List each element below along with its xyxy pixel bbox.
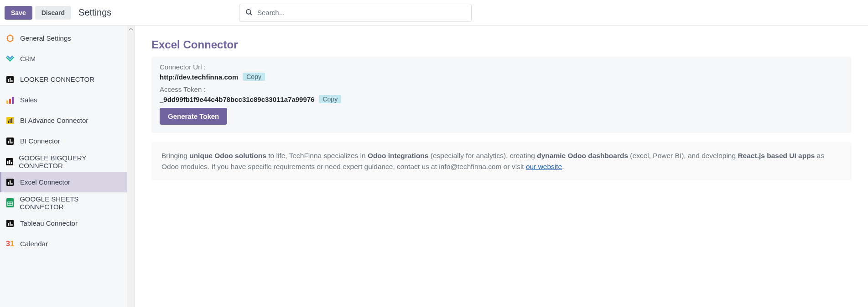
search-input[interactable] — [257, 9, 466, 16]
page-title: Settings — [78, 7, 111, 18]
svg-rect-30 — [8, 223, 9, 226]
svg-rect-24 — [11, 183, 13, 185]
access-token-label: Access Token : — [160, 85, 843, 93]
general-icon — [4, 34, 16, 42]
copy-token-button[interactable]: Copy — [319, 95, 341, 103]
sidebar-item-label: Tableau Connector — [20, 219, 78, 227]
svg-rect-19 — [9, 160, 10, 164]
access-token-value: _9dd99fb1f9e44c4b78bcc31c89c33011a7a9997… — [160, 95, 314, 103]
copy-url-button[interactable]: Copy — [243, 73, 265, 81]
svg-rect-10 — [8, 121, 9, 123]
sidebar-item-google-sheets-connector[interactable]: GOOGLE SHEETS CONNECTOR — [0, 192, 128, 213]
sidebar-item-crm[interactable]: CRM — [0, 48, 128, 69]
sidebar-item-calendar[interactable]: 31 Calendar — [0, 233, 128, 254]
looker-icon — [4, 75, 16, 84]
svg-rect-32 — [11, 224, 13, 226]
sidebar-item-label: GOOGLE SHEETS CONNECTOR — [20, 195, 121, 211]
info-text: to life, TechFinna specializes in — [268, 152, 368, 159]
sidebar-item-label: LOOKER CONNECTOR — [20, 75, 94, 83]
connector-panel: Connector Url : http://dev.techfinna.com… — [151, 57, 852, 133]
calendar-icon: 31 — [4, 240, 16, 248]
info-text: (excel, Power BI), and developing — [630, 152, 738, 159]
search-icon — [245, 8, 253, 17]
sidebar-item-excel-connector[interactable]: Excel Connector — [0, 172, 128, 192]
sidebar-item-bi-advance-connector[interactable]: BI Advance Connector — [0, 110, 128, 131]
svg-rect-5 — [11, 80, 13, 82]
sidebar-item-label: Calendar — [20, 240, 48, 248]
bi-adv-icon — [4, 116, 16, 125]
save-button[interactable]: Save — [5, 6, 32, 20]
sidebar-item-label: BI Advance Connector — [20, 116, 88, 124]
svg-rect-7 — [9, 99, 11, 104]
sidebar-item-looker-connector[interactable]: LOOKER CONNECTOR — [0, 69, 128, 90]
svg-rect-3 — [8, 79, 9, 82]
svg-rect-6 — [6, 101, 8, 104]
search-box[interactable] — [239, 4, 472, 22]
svg-rect-31 — [10, 222, 11, 226]
bigquery-icon — [4, 158, 15, 166]
sidebar-item-label: BI Connector — [20, 137, 60, 145]
svg-rect-4 — [10, 78, 11, 82]
sheets-icon — [4, 198, 16, 207]
tableau-icon — [4, 219, 16, 228]
connector-url-value: http://dev.techfinna.com — [160, 73, 238, 81]
bi-icon — [4, 137, 16, 145]
sidebar-item-general-settings[interactable]: General Settings — [0, 28, 128, 48]
svg-point-0 — [246, 9, 251, 14]
scrollbar-up-icon[interactable] — [127, 26, 135, 33]
svg-rect-15 — [10, 139, 11, 143]
sidebar-item-label: General Settings — [20, 34, 71, 42]
info-panel: Bringing unique Odoo solutions to life, … — [151, 142, 852, 180]
svg-rect-12 — [11, 118, 12, 123]
svg-rect-16 — [11, 142, 13, 143]
sidebar-item-google-bigquery-connector[interactable]: GOOGLE BIGQUERY CONNECTOR — [0, 151, 128, 172]
excel-icon — [4, 178, 16, 186]
sidebar-scrollbar[interactable] — [127, 26, 135, 307]
info-text: (especially for analytics), creating — [431, 152, 537, 159]
sidebar-item-label: CRM — [20, 55, 36, 63]
generate-token-button[interactable]: Generate Token — [160, 108, 227, 125]
sidebar-item-label: Sales — [20, 96, 37, 104]
sidebar-item-label: Excel Connector — [20, 178, 70, 186]
sidebar-item-bi-connector[interactable]: BI Connector — [0, 131, 128, 151]
svg-rect-18 — [7, 161, 9, 164]
svg-rect-8 — [12, 97, 14, 104]
info-email: info@techfinna.com — [439, 163, 501, 170]
svg-line-1 — [250, 13, 251, 15]
info-highlight: React.js based UI apps — [738, 152, 815, 159]
search-container — [239, 4, 472, 22]
sidebar-item-tableau-connector[interactable]: Tableau Connector — [0, 213, 128, 233]
svg-rect-14 — [8, 141, 9, 143]
website-link[interactable]: our website — [526, 163, 562, 170]
sidebar-item-sales[interactable]: Sales — [0, 90, 128, 110]
svg-rect-11 — [10, 119, 10, 123]
sidebar-item-label: GOOGLE BIGQUERY CONNECTOR — [19, 154, 121, 169]
section-title: Excel Connector — [151, 38, 852, 51]
info-text: Bringing — [161, 152, 189, 159]
settings-sidebar: General Settings CRM LOOKER CONNECTO — [0, 26, 135, 307]
crm-icon — [4, 55, 16, 63]
info-text: or visit — [504, 163, 526, 170]
info-text: . — [562, 163, 564, 170]
top-bar: Save Discard Settings — [0, 0, 868, 26]
connector-url-label: Connector Url : — [160, 63, 843, 71]
discard-button[interactable]: Discard — [35, 6, 71, 20]
svg-rect-20 — [11, 162, 12, 164]
info-highlight: Odoo integrations — [368, 152, 428, 159]
info-highlight: dynamic Odoo dashboards — [537, 152, 628, 159]
svg-rect-23 — [10, 180, 11, 185]
svg-rect-22 — [8, 182, 9, 185]
sales-icon — [4, 96, 16, 104]
settings-content: Excel Connector Connector Url : http://d… — [135, 26, 868, 307]
info-highlight: unique Odoo solutions — [189, 152, 266, 159]
